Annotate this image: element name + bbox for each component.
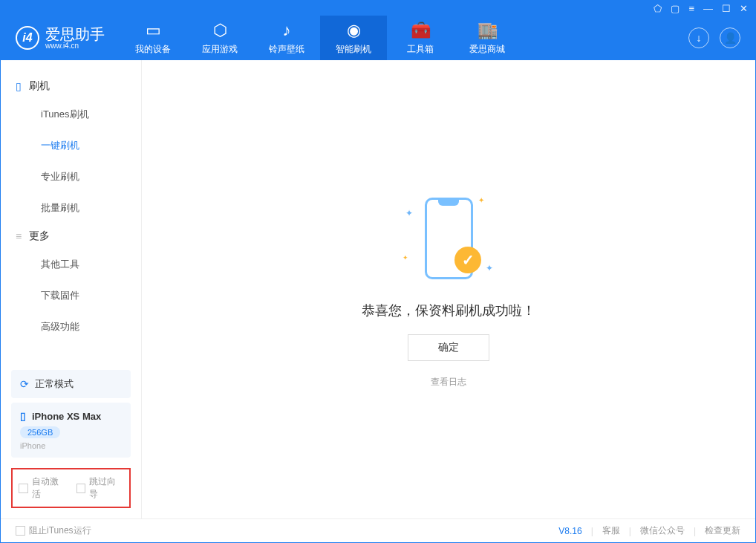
success-illustration: ✦ ✦ ✦ ✦ ✓ [397,190,501,287]
app-window: ⬠ ▢ ≡ — ☐ ✕ i4 爱思助手 www.i4.cn ▭我的设备 ⬡应用游… [0,0,756,543]
checkbox-auto-activate[interactable]: 自动激活 [19,475,66,501]
app-name: 爱思助手 [45,27,105,42]
sync-icon: ⟳ [20,378,29,390]
music-icon: ♪ [283,21,291,40]
menu-icon[interactable]: ≡ [688,3,694,14]
tab-device[interactable]: ▭我的设备 [120,16,186,60]
tab-store[interactable]: 🏬爱思商城 [454,16,521,60]
check-icon: ✓ [454,247,481,273]
checkbox-box-icon [19,484,28,493]
sparkle-icon: ✦ [403,254,408,261]
checkbox-block-itunes[interactable]: 阻止iTunes运行 [16,524,91,537]
sidebar-item-pro-flash[interactable]: 专业刷机 [1,161,141,192]
sidebar: ▯ 刷机 iTunes刷机 一键刷机 专业刷机 批量刷机 ≡ 更多 其他工具 下… [1,60,142,518]
tab-ringtone[interactable]: ♪铃声壁纸 [253,16,320,60]
sidebar-section-more: ≡ 更多 [1,224,141,249]
sparkle-icon: ✦ [478,196,484,204]
device-type: iPhone [20,441,122,450]
device-card[interactable]: ▯ iPhone XS Max 256GB iPhone [11,403,131,458]
sidebar-item-batch-flash[interactable]: 批量刷机 [1,192,141,224]
view-log-link[interactable]: 查看日志 [431,376,466,388]
checkbox-box-icon [76,484,86,493]
checkbox-box-icon [16,526,25,536]
logo-icon: i4 [16,26,39,50]
device-mode-status[interactable]: ⟳ 正常模式 [11,370,131,398]
apps-icon: ⬡ [213,21,227,40]
sparkle-icon: ✦ [405,208,413,218]
footer: 阻止iTunes运行 V8.16 | 客服 | 微信公众号 | 检查更新 [1,518,755,542]
body: ▯ 刷机 iTunes刷机 一键刷机 专业刷机 批量刷机 ≡ 更多 其他工具 下… [1,60,755,518]
sidebar-item-download-fw[interactable]: 下载固件 [1,280,141,311]
sidebar-section-flash: ▯ 刷机 [1,74,141,99]
footer-link-update[interactable]: 检查更新 [705,524,740,537]
store-icon: 🏬 [478,21,498,40]
ok-button[interactable]: 确定 [408,334,489,361]
flash-icon: ◉ [347,21,361,40]
main-content: ✦ ✦ ✦ ✦ ✓ 恭喜您，保资料刷机成功啦！ 确定 查看日志 [142,60,755,518]
maximize-icon[interactable]: ☐ [722,3,731,14]
device-name: iPhone XS Max [32,411,101,422]
close-icon[interactable]: ✕ [740,3,748,14]
user-icon[interactable]: 👤 [720,27,740,48]
sidebar-item-oneclick-flash[interactable]: 一键刷机 [1,130,141,161]
footer-link-wechat[interactable]: 微信公众号 [640,524,685,537]
header-actions: ↓ 👤 [688,27,740,48]
phone-small-icon: ▯ [20,410,26,422]
tab-apps[interactable]: ⬡应用游戏 [186,16,253,60]
shirt-icon[interactable]: ⬠ [654,3,662,14]
version-label: V8.16 [558,526,581,536]
header: i4 爱思助手 www.i4.cn ▭我的设备 ⬡应用游戏 ♪铃声壁纸 ◉智能刷… [1,16,755,60]
toolbox-icon: 🧰 [411,21,431,40]
titlebar: ⬠ ▢ ≡ — ☐ ✕ [1,1,755,16]
logo: i4 爱思助手 www.i4.cn [16,26,105,50]
minimize-icon[interactable]: — [703,3,713,14]
sidebar-item-other-tools[interactable]: 其他工具 [1,249,141,280]
success-message: 恭喜您，保资料刷机成功啦！ [362,302,535,319]
list-icon: ≡ [16,230,22,242]
tab-flash[interactable]: ◉智能刷机 [320,16,387,60]
tab-toolbox[interactable]: 🧰工具箱 [387,16,454,60]
header-tabs: ▭我的设备 ⬡应用游戏 ♪铃声壁纸 ◉智能刷机 🧰工具箱 🏬爱思商城 [120,16,521,60]
checkbox-skip-guide[interactable]: 跳过向导 [76,475,124,501]
download-icon[interactable]: ↓ [688,27,709,48]
storage-badge: 256GB [20,426,60,438]
sidebar-item-advanced[interactable]: 高级功能 [1,311,141,342]
footer-link-support[interactable]: 客服 [602,524,620,537]
device-icon: ▭ [146,21,161,40]
sparkle-icon: ✦ [486,263,493,273]
app-url: www.i4.cn [45,42,105,50]
phone-icon: ▯ [16,80,22,92]
cube-icon[interactable]: ▢ [671,3,680,14]
highlighted-options: 自动激活 跳过向导 [11,468,131,508]
sidebar-item-itunes-flash[interactable]: iTunes刷机 [1,99,141,130]
